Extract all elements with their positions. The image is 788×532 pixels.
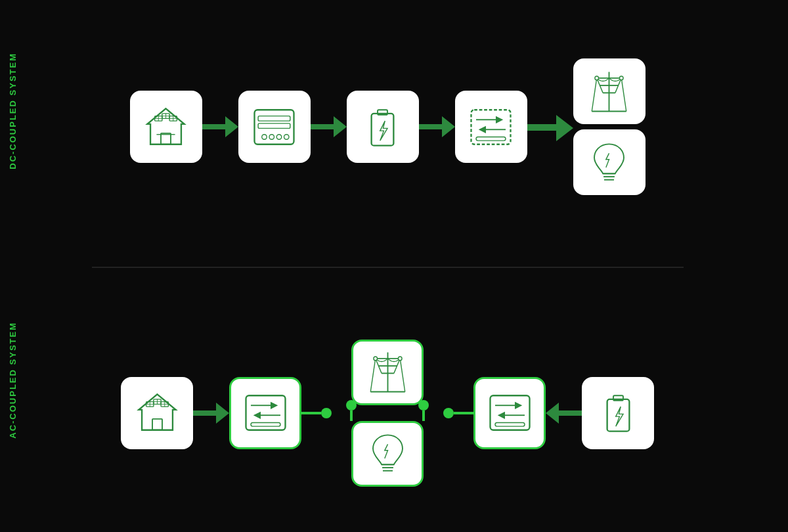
battery2-svg [594, 388, 643, 437]
switchboard2-svg [241, 388, 290, 437]
svg-rect-11 [202, 124, 225, 129]
ac-right-connection [443, 408, 473, 418]
bulb-icon-box [573, 129, 646, 195]
svg-rect-15 [258, 123, 290, 129]
svg-marker-25 [442, 116, 455, 137]
inverter-icon-box [238, 91, 311, 163]
svg-rect-48 [152, 419, 162, 430]
svg-line-71 [400, 359, 405, 392]
svg-marker-28 [496, 116, 503, 123]
ac-center-group [332, 340, 443, 487]
arrow-3 [419, 114, 455, 140]
ac-system-label: AC-COUPLED SYSTEM [8, 322, 18, 439]
arrow-6-svg [546, 400, 582, 426]
solar-house-svg [141, 102, 190, 152]
svg-line-70 [370, 359, 376, 392]
svg-rect-31 [476, 137, 506, 141]
svg-point-18 [276, 135, 282, 140]
switchboard-icon-box [455, 91, 527, 163]
arrow-2 [311, 114, 347, 140]
arrow-1-svg [202, 114, 238, 140]
switchboard2-icon-box [229, 377, 301, 449]
diagram-container: DC-COUPLED SYSTEM [0, 0, 788, 532]
section-divider [92, 267, 684, 268]
arrow-5 [193, 400, 229, 426]
dc-system-label: DC-COUPLED SYSTEM [8, 53, 18, 169]
svg-point-75 [373, 357, 377, 361]
svg-rect-60 [246, 395, 285, 430]
svg-point-16 [262, 135, 267, 140]
svg-rect-14 [258, 116, 290, 121]
svg-point-43 [595, 76, 599, 80]
ac-bulb-svg [363, 429, 412, 478]
arrow-3-svg [419, 114, 455, 140]
battery-svg [358, 102, 407, 152]
ac-right-vert [404, 405, 443, 421]
inverter-svg [250, 102, 299, 152]
bulb-svg [584, 138, 634, 187]
ac-node-left [321, 408, 332, 418]
switchboard-svg [466, 102, 515, 152]
svg-marker-30 [479, 125, 486, 133]
svg-rect-58 [193, 410, 216, 416]
svg-marker-33 [556, 115, 573, 141]
tower-icon-box [573, 58, 646, 124]
dc-row [130, 58, 646, 195]
svg-point-19 [284, 135, 290, 140]
svg-rect-20 [311, 124, 334, 129]
svg-point-76 [398, 357, 402, 361]
svg-line-38 [592, 78, 597, 112]
svg-marker-21 [334, 116, 347, 137]
svg-marker-84 [497, 412, 504, 419]
ac-tower-svg [363, 347, 412, 397]
ac-left-connection [301, 408, 332, 418]
svg-rect-22 [372, 114, 394, 146]
svg-marker-82 [515, 402, 522, 409]
svg-rect-32 [527, 124, 556, 131]
svg-marker-87 [546, 403, 559, 424]
ac-line-left [301, 412, 321, 414]
svg-marker-12 [225, 116, 238, 137]
battery2-icon-box [582, 377, 654, 449]
svg-marker-59 [216, 403, 229, 424]
svg-marker-64 [253, 412, 260, 419]
double-output [573, 58, 646, 195]
ac-row [121, 340, 654, 487]
solar-house-icon-box [130, 91, 202, 163]
svg-rect-24 [419, 124, 442, 129]
ac-bulb-icon-box [351, 421, 424, 487]
svg-rect-86 [559, 410, 582, 416]
switchboard3-svg [485, 388, 535, 437]
dc-coupled-section [39, 45, 735, 195]
svg-marker-62 [271, 402, 278, 409]
arrow-4-svg [527, 112, 573, 141]
ac-vert-right [422, 410, 425, 421]
solar-house2-svg [133, 388, 182, 437]
arrow-6 [546, 400, 582, 426]
ac-left-vert [332, 405, 371, 421]
svg-rect-65 [251, 423, 280, 427]
tower-svg [584, 67, 634, 116]
arrow-5-svg [193, 400, 229, 426]
svg-rect-26 [471, 110, 511, 144]
solar-house2-icon-box [121, 377, 193, 449]
svg-rect-80 [490, 395, 529, 430]
ac-line-right [454, 412, 473, 414]
ac-tower-icon-box [351, 340, 424, 405]
svg-point-44 [619, 76, 623, 80]
svg-rect-88 [607, 399, 629, 432]
battery-icon-box [347, 91, 419, 163]
ac-coupled-section [39, 340, 735, 487]
arrow-2-svg [311, 114, 347, 140]
arrow-1 [202, 114, 238, 140]
svg-point-17 [269, 135, 274, 140]
arrow-4 [527, 114, 573, 140]
ac-node-right [443, 408, 454, 418]
switchboard3-icon-box [473, 377, 546, 449]
svg-rect-85 [495, 423, 525, 427]
svg-line-39 [621, 78, 626, 112]
ac-vert-left [350, 410, 353, 421]
ac-v-connections [332, 405, 443, 421]
